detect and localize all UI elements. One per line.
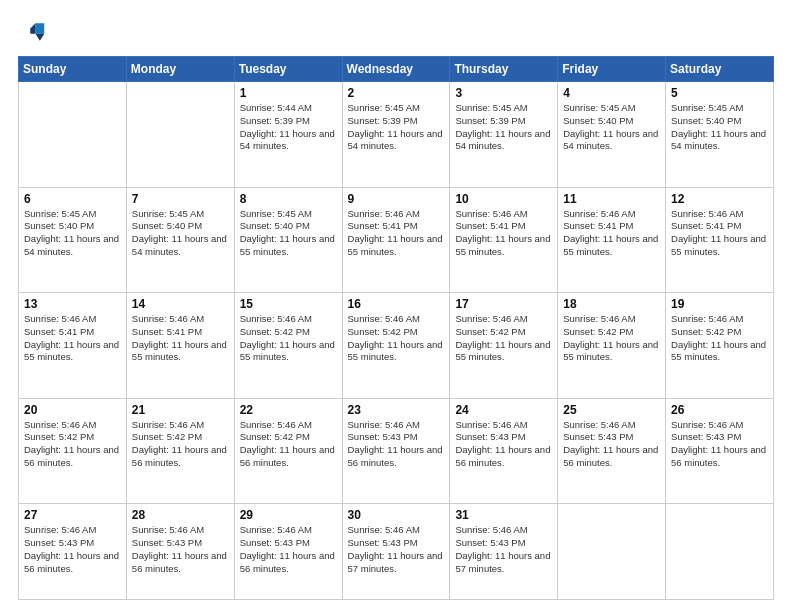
day-info: Sunrise: 5:46 AM Sunset: 5:43 PM Dayligh… [132, 524, 229, 575]
calendar-cell: 3Sunrise: 5:45 AM Sunset: 5:39 PM Daylig… [450, 82, 558, 188]
logo [18, 18, 50, 46]
day-number: 18 [563, 297, 660, 311]
day-number: 17 [455, 297, 552, 311]
calendar-cell: 7Sunrise: 5:45 AM Sunset: 5:40 PM Daylig… [126, 187, 234, 293]
svg-marker-3 [30, 23, 35, 34]
day-info: Sunrise: 5:46 AM Sunset: 5:41 PM Dayligh… [24, 313, 121, 364]
day-number: 11 [563, 192, 660, 206]
header [18, 18, 774, 46]
day-info: Sunrise: 5:46 AM Sunset: 5:42 PM Dayligh… [455, 313, 552, 364]
page: SundayMondayTuesdayWednesdayThursdayFrid… [0, 0, 792, 612]
day-info: Sunrise: 5:46 AM Sunset: 5:43 PM Dayligh… [348, 524, 445, 575]
calendar-cell: 19Sunrise: 5:46 AM Sunset: 5:42 PM Dayli… [666, 293, 774, 399]
day-info: Sunrise: 5:46 AM Sunset: 5:43 PM Dayligh… [671, 419, 768, 470]
weekday-header-sunday: Sunday [19, 57, 127, 82]
calendar-cell: 21Sunrise: 5:46 AM Sunset: 5:42 PM Dayli… [126, 398, 234, 504]
day-number: 21 [132, 403, 229, 417]
calendar-cell: 24Sunrise: 5:46 AM Sunset: 5:43 PM Dayli… [450, 398, 558, 504]
calendar-week-2: 6Sunrise: 5:45 AM Sunset: 5:40 PM Daylig… [19, 187, 774, 293]
calendar-cell: 5Sunrise: 5:45 AM Sunset: 5:40 PM Daylig… [666, 82, 774, 188]
day-info: Sunrise: 5:46 AM Sunset: 5:41 PM Dayligh… [563, 208, 660, 259]
day-info: Sunrise: 5:45 AM Sunset: 5:39 PM Dayligh… [455, 102, 552, 153]
weekday-header-saturday: Saturday [666, 57, 774, 82]
weekday-header-tuesday: Tuesday [234, 57, 342, 82]
calendar-week-1: 1Sunrise: 5:44 AM Sunset: 5:39 PM Daylig… [19, 82, 774, 188]
weekday-header-monday: Monday [126, 57, 234, 82]
weekday-header-thursday: Thursday [450, 57, 558, 82]
calendar-cell: 6Sunrise: 5:45 AM Sunset: 5:40 PM Daylig… [19, 187, 127, 293]
day-number: 28 [132, 508, 229, 522]
day-number: 25 [563, 403, 660, 417]
day-number: 12 [671, 192, 768, 206]
day-info: Sunrise: 5:45 AM Sunset: 5:40 PM Dayligh… [132, 208, 229, 259]
calendar-cell: 10Sunrise: 5:46 AM Sunset: 5:41 PM Dayli… [450, 187, 558, 293]
day-number: 6 [24, 192, 121, 206]
day-number: 5 [671, 86, 768, 100]
calendar-cell: 12Sunrise: 5:46 AM Sunset: 5:41 PM Dayli… [666, 187, 774, 293]
calendar-cell: 29Sunrise: 5:46 AM Sunset: 5:43 PM Dayli… [234, 504, 342, 600]
day-number: 13 [24, 297, 121, 311]
day-info: Sunrise: 5:45 AM Sunset: 5:40 PM Dayligh… [563, 102, 660, 153]
day-number: 9 [348, 192, 445, 206]
day-number: 29 [240, 508, 337, 522]
day-number: 4 [563, 86, 660, 100]
calendar: SundayMondayTuesdayWednesdayThursdayFrid… [18, 56, 774, 600]
day-number: 24 [455, 403, 552, 417]
calendar-cell: 26Sunrise: 5:46 AM Sunset: 5:43 PM Dayli… [666, 398, 774, 504]
day-info: Sunrise: 5:46 AM Sunset: 5:43 PM Dayligh… [563, 419, 660, 470]
day-number: 14 [132, 297, 229, 311]
calendar-cell [19, 82, 127, 188]
day-number: 19 [671, 297, 768, 311]
day-info: Sunrise: 5:45 AM Sunset: 5:40 PM Dayligh… [24, 208, 121, 259]
day-info: Sunrise: 5:45 AM Sunset: 5:40 PM Dayligh… [240, 208, 337, 259]
calendar-week-3: 13Sunrise: 5:46 AM Sunset: 5:41 PM Dayli… [19, 293, 774, 399]
calendar-cell [558, 504, 666, 600]
calendar-cell: 14Sunrise: 5:46 AM Sunset: 5:41 PM Dayli… [126, 293, 234, 399]
calendar-cell: 8Sunrise: 5:45 AM Sunset: 5:40 PM Daylig… [234, 187, 342, 293]
calendar-week-5: 27Sunrise: 5:46 AM Sunset: 5:43 PM Dayli… [19, 504, 774, 600]
svg-marker-2 [36, 34, 45, 41]
calendar-cell: 22Sunrise: 5:46 AM Sunset: 5:42 PM Dayli… [234, 398, 342, 504]
calendar-cell: 1Sunrise: 5:44 AM Sunset: 5:39 PM Daylig… [234, 82, 342, 188]
day-info: Sunrise: 5:44 AM Sunset: 5:39 PM Dayligh… [240, 102, 337, 153]
calendar-cell [666, 504, 774, 600]
day-number: 7 [132, 192, 229, 206]
day-info: Sunrise: 5:46 AM Sunset: 5:42 PM Dayligh… [132, 419, 229, 470]
calendar-cell: 25Sunrise: 5:46 AM Sunset: 5:43 PM Dayli… [558, 398, 666, 504]
calendar-cell: 4Sunrise: 5:45 AM Sunset: 5:40 PM Daylig… [558, 82, 666, 188]
day-info: Sunrise: 5:46 AM Sunset: 5:41 PM Dayligh… [455, 208, 552, 259]
calendar-cell: 13Sunrise: 5:46 AM Sunset: 5:41 PM Dayli… [19, 293, 127, 399]
day-info: Sunrise: 5:46 AM Sunset: 5:42 PM Dayligh… [348, 313, 445, 364]
day-number: 31 [455, 508, 552, 522]
day-info: Sunrise: 5:46 AM Sunset: 5:43 PM Dayligh… [348, 419, 445, 470]
day-info: Sunrise: 5:46 AM Sunset: 5:43 PM Dayligh… [240, 524, 337, 575]
calendar-cell: 17Sunrise: 5:46 AM Sunset: 5:42 PM Dayli… [450, 293, 558, 399]
calendar-cell: 31Sunrise: 5:46 AM Sunset: 5:43 PM Dayli… [450, 504, 558, 600]
svg-marker-1 [36, 23, 45, 34]
calendar-cell: 30Sunrise: 5:46 AM Sunset: 5:43 PM Dayli… [342, 504, 450, 600]
calendar-cell: 2Sunrise: 5:45 AM Sunset: 5:39 PM Daylig… [342, 82, 450, 188]
day-info: Sunrise: 5:46 AM Sunset: 5:42 PM Dayligh… [240, 313, 337, 364]
day-number: 16 [348, 297, 445, 311]
calendar-cell: 27Sunrise: 5:46 AM Sunset: 5:43 PM Dayli… [19, 504, 127, 600]
day-number: 27 [24, 508, 121, 522]
day-info: Sunrise: 5:46 AM Sunset: 5:42 PM Dayligh… [24, 419, 121, 470]
day-info: Sunrise: 5:46 AM Sunset: 5:42 PM Dayligh… [671, 313, 768, 364]
day-number: 20 [24, 403, 121, 417]
calendar-body: 1Sunrise: 5:44 AM Sunset: 5:39 PM Daylig… [19, 82, 774, 600]
day-info: Sunrise: 5:46 AM Sunset: 5:43 PM Dayligh… [24, 524, 121, 575]
day-info: Sunrise: 5:46 AM Sunset: 5:42 PM Dayligh… [240, 419, 337, 470]
calendar-cell: 18Sunrise: 5:46 AM Sunset: 5:42 PM Dayli… [558, 293, 666, 399]
calendar-cell [126, 82, 234, 188]
day-info: Sunrise: 5:46 AM Sunset: 5:41 PM Dayligh… [671, 208, 768, 259]
logo-icon [18, 18, 46, 46]
day-number: 8 [240, 192, 337, 206]
day-info: Sunrise: 5:46 AM Sunset: 5:41 PM Dayligh… [348, 208, 445, 259]
day-number: 22 [240, 403, 337, 417]
day-number: 23 [348, 403, 445, 417]
day-info: Sunrise: 5:45 AM Sunset: 5:39 PM Dayligh… [348, 102, 445, 153]
day-number: 26 [671, 403, 768, 417]
calendar-cell: 23Sunrise: 5:46 AM Sunset: 5:43 PM Dayli… [342, 398, 450, 504]
calendar-header-row: SundayMondayTuesdayWednesdayThursdayFrid… [19, 57, 774, 82]
calendar-cell: 20Sunrise: 5:46 AM Sunset: 5:42 PM Dayli… [19, 398, 127, 504]
